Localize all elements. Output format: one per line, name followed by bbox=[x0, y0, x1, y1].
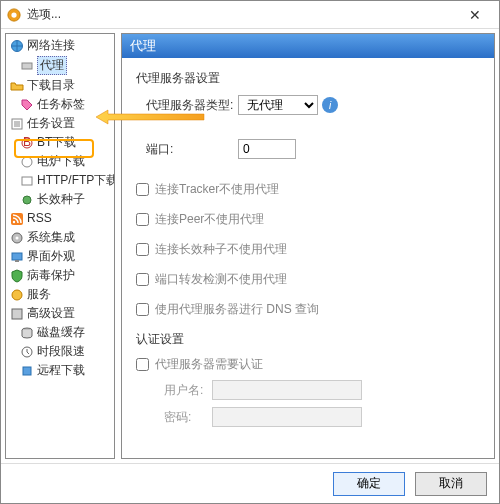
close-button[interactable]: ✕ bbox=[457, 4, 493, 26]
info-icon[interactable]: i bbox=[322, 97, 338, 113]
tree-bt-download[interactable]: BBT下载 bbox=[6, 133, 114, 152]
svg-point-13 bbox=[16, 236, 19, 239]
svg-rect-8 bbox=[22, 177, 32, 185]
username-label: 用户名: bbox=[164, 382, 212, 399]
clock-icon bbox=[20, 345, 34, 359]
tag-icon bbox=[20, 98, 34, 112]
svg-rect-3 bbox=[22, 63, 32, 69]
svg-point-9 bbox=[23, 196, 31, 204]
remote-icon bbox=[20, 364, 34, 378]
svg-rect-15 bbox=[15, 260, 19, 262]
chk-auth[interactable]: 代理服务器需要认证 bbox=[136, 356, 480, 373]
bt-icon: B bbox=[20, 136, 34, 150]
proxy-type-select[interactable]: 无代理 bbox=[238, 95, 318, 115]
proxy-type-row: 代理服务器类型: 无代理 i bbox=[136, 95, 480, 115]
tree-task-tag[interactable]: 任务标签 bbox=[6, 95, 114, 114]
tree-proxy[interactable]: 代理 bbox=[6, 55, 114, 76]
password-label: 密码: bbox=[164, 409, 212, 426]
tree-advanced[interactable]: 高级设置 bbox=[6, 304, 114, 323]
tree-disk-cache[interactable]: 磁盘缓存 bbox=[6, 323, 114, 342]
folder-icon bbox=[10, 79, 24, 93]
svg-point-7 bbox=[22, 157, 32, 167]
auth-section-title: 认证设置 bbox=[136, 331, 480, 348]
port-label: 端口: bbox=[146, 141, 238, 158]
chk-dns[interactable]: 使用代理服务器进行 DNS 查询 bbox=[136, 301, 480, 318]
shield-icon bbox=[10, 269, 24, 283]
tree-rss[interactable]: RSS bbox=[6, 209, 114, 228]
ok-button[interactable]: 确定 bbox=[333, 472, 405, 496]
dialog-footer: 确定 取消 bbox=[1, 463, 499, 503]
proxy-type-label: 代理服务器类型: bbox=[146, 97, 238, 114]
tree-antivirus[interactable]: 病毒保护 bbox=[6, 266, 114, 285]
tree-services[interactable]: 服务 bbox=[6, 285, 114, 304]
tree-http-ftp[interactable]: HTTP/FTP下载 bbox=[6, 171, 114, 190]
svg-text:B: B bbox=[23, 136, 31, 149]
service-icon bbox=[10, 288, 24, 302]
seed-icon bbox=[20, 193, 34, 207]
proxy-icon bbox=[20, 59, 34, 73]
nav-tree[interactable]: 网络连接 代理 下载目录 任务标签 任务设置 BBT下载 电炉下载 HTTP/F… bbox=[5, 33, 115, 459]
username-row: 用户名: bbox=[164, 380, 480, 400]
svg-point-11 bbox=[13, 220, 15, 222]
chk-tracker[interactable]: 连接Tracker不使用代理 bbox=[136, 181, 480, 198]
port-row: 端口: bbox=[136, 139, 480, 159]
titlebar: 选项... ✕ bbox=[1, 1, 499, 29]
gear-icon bbox=[10, 231, 24, 245]
screen-icon bbox=[10, 250, 24, 264]
dialog-body: 网络连接 代理 下载目录 任务标签 任务设置 BBT下载 电炉下载 HTTP/F… bbox=[1, 29, 499, 463]
advanced-icon bbox=[10, 307, 24, 321]
tree-system[interactable]: 系统集成 bbox=[6, 228, 114, 247]
chk-peer[interactable]: 连接Peer不使用代理 bbox=[136, 211, 480, 228]
port-input[interactable] bbox=[238, 139, 296, 159]
tree-network[interactable]: 网络连接 bbox=[6, 36, 114, 55]
window-title: 选项... bbox=[27, 6, 457, 23]
tree-time-limit[interactable]: 时段限速 bbox=[6, 342, 114, 361]
panel-header: 代理 bbox=[122, 34, 494, 58]
emule-icon bbox=[20, 155, 34, 169]
svg-point-1 bbox=[11, 12, 16, 17]
tree-longseed[interactable]: 长效种子 bbox=[6, 190, 114, 209]
chk-portcheck[interactable]: 端口转发检测不使用代理 bbox=[136, 271, 480, 288]
cancel-button[interactable]: 取消 bbox=[415, 472, 487, 496]
svg-point-16 bbox=[12, 290, 22, 300]
app-icon bbox=[7, 8, 21, 22]
password-row: 密码: bbox=[164, 407, 480, 427]
tree-emule[interactable]: 电炉下载 bbox=[6, 152, 114, 171]
globe-icon bbox=[10, 39, 24, 53]
svg-rect-14 bbox=[12, 253, 22, 260]
task-icon bbox=[10, 117, 24, 131]
panel-content: 代理服务器设置 代理服务器类型: 无代理 i 端口: 连接Tracker不使用代… bbox=[122, 58, 494, 458]
tree-task-settings[interactable]: 任务设置 bbox=[6, 114, 114, 133]
proxy-section-title: 代理服务器设置 bbox=[136, 70, 480, 87]
chk-longseed[interactable]: 连接长效种子不使用代理 bbox=[136, 241, 480, 258]
settings-panel: 代理 代理服务器设置 代理服务器类型: 无代理 i 端口: 连接Tracker不… bbox=[121, 33, 495, 459]
svg-rect-17 bbox=[12, 309, 22, 319]
tree-download-dir[interactable]: 下载目录 bbox=[6, 76, 114, 95]
password-input bbox=[212, 407, 362, 427]
options-window: 选项... ✕ 网络连接 代理 下载目录 任务标签 任务设置 BBT下载 电炉下… bbox=[0, 0, 500, 504]
svg-rect-20 bbox=[23, 367, 31, 375]
disk-icon bbox=[20, 326, 34, 340]
tree-appearance[interactable]: 界面外观 bbox=[6, 247, 114, 266]
rss-icon bbox=[10, 212, 24, 226]
username-input bbox=[212, 380, 362, 400]
http-icon bbox=[20, 174, 34, 188]
tree-remote[interactable]: 远程下载 bbox=[6, 361, 114, 380]
